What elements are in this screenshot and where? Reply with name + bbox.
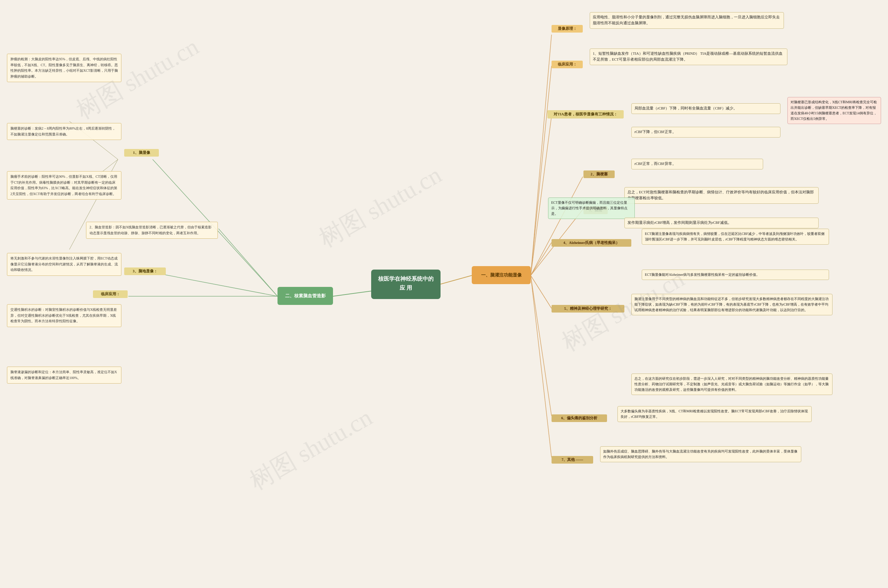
brain-tumor-surgery-content: 脑瘤手术前的诊断：阳性率可达90%，但显影不如X线、CT清晰，仅用于CT的补充作…	[7, 171, 121, 200]
infarct-detail-content: 总之，ECT对急性脑梗塞和脑检查的早期诊断、病情估计、疗效评价等均有较好的临床应…	[625, 187, 819, 204]
imaging-principle-label: 显像原理：	[558, 27, 577, 30]
infarct-diagnosis-content: 脑梗塞的诊断：发病2－8周内阳性率为80%左右，8周后逐渐转阴性，不如脑灌注显像…	[7, 123, 121, 140]
brain-imaging-node[interactable]: 1、脑显像	[124, 149, 159, 157]
clinical-app-node[interactable]: 临床应用：	[552, 61, 583, 68]
rcbf-normal-cbf-abnormal: rCBF正常，而CBF异常。	[631, 159, 763, 170]
brain-scan-node[interactable]: 3、脑地显像：	[124, 267, 166, 275]
psych-content-1: 脑灌注显像用于不同类型的精神病的脑血流和功能特征还不多，但初步研究发现大多数精神…	[631, 294, 832, 315]
brain-imaging-label: 1、脑显像	[133, 151, 150, 154]
alzheimer-node[interactable]: 4、Alzheimer氏病（早老性痴呆）	[552, 239, 631, 247]
central-title: 核医学在神经系统中的应 用	[378, 276, 433, 291]
psych-research-node[interactable]: 5、精神及神经心理学研究：	[552, 305, 625, 312]
cerebral-angio-content: 2、脑血管造影：因不如X线脑血管造影清晰，已逐渐被之代替，但由于核素造影动态显示…	[86, 222, 218, 239]
central-node: 核医学在神经系统中的应 用	[371, 270, 441, 299]
hydrocephalus-content: 交通性脑积水的诊断：对脑室性脑积水的诊断价值与X线检查无明显差异，但对交通性脑积…	[7, 304, 121, 327]
csf-leak-content: 脑脊液渗漏的诊断和定位：本方法简单、阳性率灵敏高，准定位不如X线准确，对脑脊液鼻…	[7, 367, 121, 384]
psych-label: 5、精神及神经心理学研究：	[564, 307, 611, 310]
mind-map: 树图 shutu.cn 树图 shutu.cn 树图 shutu.cn 树图 s…	[0, 0, 888, 588]
migraine-label: 6、偏头痛的鉴别分析	[561, 416, 598, 420]
cerebral-infarct-node[interactable]: 2、脑梗塞	[584, 171, 615, 178]
other-node[interactable]: 7、其他 ——	[552, 456, 593, 464]
svg-line-4	[531, 116, 552, 276]
rcbf-cbf-normal: rCBF下降，但CBF正常。	[631, 127, 780, 138]
branch-angiography-label: 二、核素脑血管造影	[285, 292, 326, 299]
brain-scan-label: 3、脑地显像：	[132, 269, 157, 273]
migraine-content: 大多数偏头痛为非器质性疾病，X线、CT和MRI检查难以发现阳性改变。脑ECT常可…	[617, 406, 812, 422]
branch-brain-perfusion[interactable]: 一、脑灌注功能显像	[472, 266, 531, 284]
tia-detail-content: 对脑梗塞已形成结构变化，X线CT和MRI将检查完全可检出并能出诊断，但缺塞早期X…	[787, 97, 881, 124]
branch-cerebral-angiography[interactable]: 二、核素脑血管造影	[277, 287, 333, 305]
clinical-app-content: 1、短暂性脑缺血发作（TIA）和可逆性缺血性脑疾病（PRIND） TIA是颈动脉…	[590, 48, 787, 65]
migraine-node[interactable]: 6、偏头痛的鉴别分析	[552, 414, 607, 422]
ect-epilepsy-content: ECT显像不仅可明确诊断癫痫，而且能三位定位显示，为癫痫进行性手术提供明确资料，…	[548, 198, 635, 219]
svg-line-1	[333, 291, 371, 296]
tia-patients-node[interactable]: 对TIA患者，核医学显像有三种情况：	[547, 110, 624, 118]
imaging-principle-content: 应用电性、脂溶性和小分子量的显像剂剂，通过完整无损伤血脑屏障而进入脑细胞，一旦进…	[590, 12, 784, 29]
alzheimer-content-1: ECT脑灌注显像表现与疾病病情有关，病情较重，仅在迁延区比CBF减少，中等者波及…	[642, 229, 829, 244]
alzheimer-content-2: ECT脑显像能对Alzheimer病与多发性脑梗塞性痴呆有一定的鉴别诊断价值。	[642, 270, 829, 280]
clinical-app-label: 临床应用：	[558, 62, 577, 66]
svg-line-10	[531, 276, 552, 458]
left-clinical-label: 临床应用：	[101, 292, 120, 296]
cerebral-infarct-label: 2、脑梗塞	[590, 172, 607, 176]
subarachnoid-content: 将无刺激和不参与代谢的水溶性显像剂注入蛛网膜下腔，用ECT动态成像显示它沿脑脊液…	[7, 253, 121, 276]
svg-line-2	[531, 34, 552, 276]
other-label: 7、其他 ——	[561, 458, 583, 462]
rcbf-down-content: 局部血流量（rCBF）下降，同时有全脑血流量（CBF）减少。	[631, 103, 780, 114]
tia-label: 对TIA患者，核医学显像有三种情况：	[554, 112, 617, 116]
imaging-principle-node[interactable]: 显像原理：	[552, 25, 583, 33]
svg-line-7	[531, 243, 552, 276]
svg-line-3	[531, 66, 552, 276]
branch-perfusion-label: 一、脑灌注功能显像	[481, 272, 522, 279]
other-content: 如脑外伤后成症、脑血思障碍、脑外伤等与大脑血流灌注功能改变有关的疾病均可发现阳性…	[600, 446, 801, 462]
psych-content-2: 总之，在这方面的研究仅在初步阶段，需进一步深入人研究，对对不同类型的精神病的脑功…	[631, 374, 832, 395]
left-clinical-use-node[interactable]: 临床应用：	[93, 290, 128, 298]
seizure-detail-content: 发作期显示病灶rCBF增高，发作间期则显示病灶为rCBF减低。	[625, 218, 819, 228]
svg-line-0	[441, 276, 472, 284]
svg-line-9	[531, 276, 552, 416]
alzheimer-label: 4、Alzheimer氏病（早老性痴呆）	[563, 241, 620, 244]
tumor-detection-content: 肿瘤的检测：大脑皮的阳性率达95%，但皮底、后颅、中线的病灶阳性率较低，不如X线…	[7, 54, 121, 82]
svg-line-5	[531, 177, 583, 276]
svg-line-12	[218, 229, 277, 296]
